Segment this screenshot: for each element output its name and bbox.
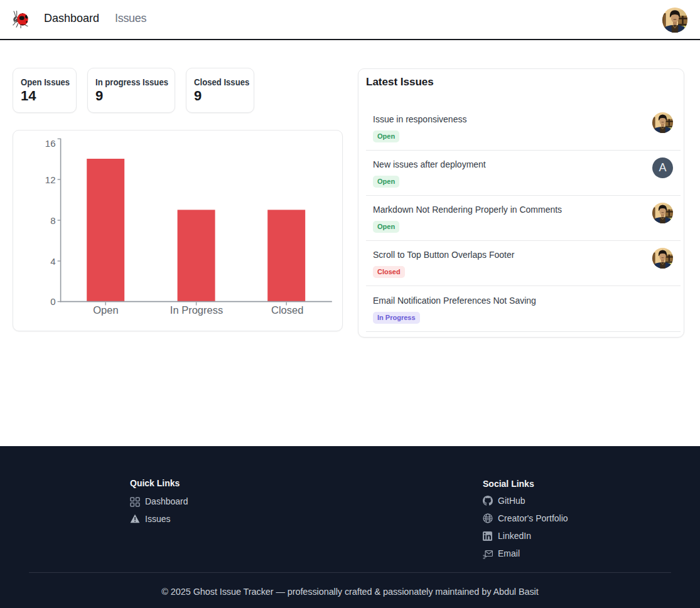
svg-text:8: 8 [50,215,55,226]
svg-text:0: 0 [50,296,55,307]
svg-text:In Progress: In Progress [170,304,223,316]
svg-text:Open: Open [93,304,118,316]
svg-text:16: 16 [45,138,56,149]
svg-text:Closed: Closed [271,304,303,316]
svg-text:4: 4 [50,256,55,267]
svg-text:12: 12 [45,174,56,185]
